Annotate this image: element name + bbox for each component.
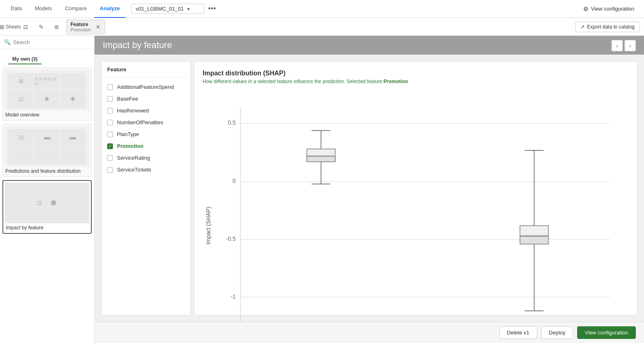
thumb-cell [9, 147, 33, 164]
next-arrow-button[interactable]: › [624, 40, 636, 51]
nav-tab-models[interactable]: Models [29, 0, 57, 18]
thumb-cell: ✱ [60, 90, 85, 108]
feature-item-hasrenewed[interactable]: HasRenewed [101, 105, 190, 117]
settings-icon: ⊚ [54, 24, 59, 30]
y-tick-minus05: -0.5 [226, 235, 236, 242]
sheets-icon: ⊞ [0, 24, 4, 30]
nav-tab-data[interactable]: Data [5, 0, 27, 18]
feature-name-servicetickets: ServiceTickets [117, 167, 151, 173]
feature-name-plantype: PlanType [117, 131, 139, 137]
y-axis-label: Impact (SHAP) [205, 207, 212, 244]
model-selector-value: v01_LGBMC_01_01 [136, 6, 184, 12]
page-title-visible: Impact by feature [103, 40, 172, 51]
feature-panel: Feature AdditionalFeatureSpend BaseFee H… [101, 61, 191, 315]
feature-name-additionalfeaturespend: AdditionalFeatureSpend [117, 84, 174, 90]
feature-checkbox-servicetickets[interactable] [107, 167, 113, 173]
thumb-cell: ✱ [35, 90, 60, 108]
sheet-thumbnail-model-overview: ⊞ pt pt pt pt pt pt ⊡ ✱ ✱ [4, 70, 90, 110]
feature-item-additionalfeaturespend[interactable]: AdditionalFeatureSpend [101, 81, 190, 93]
search-box: 🔍 [0, 36, 94, 49]
sidebar: 🔍 My own (3) ⊞ pt pt pt pt pt pt ⊡ ✱ ✱ [0, 36, 95, 343]
y-tick-0: 0 [233, 178, 236, 184]
feature-name-basefee: BaseFee [117, 96, 138, 102]
nav-arrows: ‹ › [611, 40, 636, 51]
prev-arrow-button[interactable]: ‹ [611, 40, 623, 51]
sliders-icon: ⚙ [583, 6, 589, 12]
feature-list: AdditionalFeatureSpend BaseFee HasRenewe… [101, 78, 190, 179]
my-own-section-label: My own (3) [8, 53, 42, 64]
pencil-icon: ✎ [39, 24, 44, 30]
export-label: Export data to catalog [587, 24, 635, 30]
chart-svg-container: 0.5 0 -0.5 -1 Impact (SHAP) [203, 92, 629, 322]
edit-icon-button[interactable]: ✎ [35, 21, 47, 33]
yes-box-lower [520, 236, 549, 244]
feature-name-promotion: Promotion [117, 143, 143, 149]
grid-icon: ⊡ [23, 24, 28, 30]
export-button[interactable]: ↗ Export data to catalog [575, 22, 640, 32]
boxplot-chart: 0.5 0 -0.5 -1 Impact (SHAP) [203, 92, 629, 322]
search-icon: 🔍 [4, 39, 11, 45]
feature-checkbox-numberofpenalties[interactable] [107, 120, 113, 125]
search-input[interactable] [13, 39, 90, 45]
chart-title: Impact distribution (SHAP) [203, 70, 629, 77]
nav-tab-compare[interactable]: Compare [59, 0, 92, 18]
thumb-cell: ⊡ [9, 90, 33, 108]
thumb-cell: ⊞ [9, 73, 33, 90]
feature-item-servicerating[interactable]: ServiceRating [101, 152, 190, 164]
sheet-card-model-overview[interactable]: ⊞ pt pt pt pt pt pt ⊡ ✱ ✱ Model overview [2, 68, 92, 121]
feature-name-numberofpenalties: NumberOfPenalties [117, 119, 163, 125]
sheets-container: ⊞ pt pt pt pt pt pt ⊡ ✱ ✱ Model overview… [0, 64, 94, 343]
y-tick-05: 0.5 [228, 119, 236, 126]
more-icon: ••• [208, 4, 216, 13]
grid-icon-button[interactable]: ⊡ [20, 21, 32, 33]
feature-panel-header: Feature [101, 62, 190, 78]
nav-tab-analyze[interactable]: Analyze [94, 0, 126, 18]
feature-item-numberofpenalties[interactable]: NumberOfPenalties [101, 117, 190, 128]
no-box-lower [307, 156, 335, 162]
more-options-button[interactable]: ••• [206, 3, 218, 15]
yes-box-upper [520, 226, 549, 236]
active-tab-pill: Feature Promotion ✕ [66, 20, 105, 34]
chart-area: Impact distribution (SHAP) How different… [194, 61, 637, 315]
sheet-thumbnail-impact: ⊡ ✱ [5, 182, 89, 223]
feature-checkbox-additionalfeaturespend[interactable] [107, 84, 113, 90]
tab-close-button[interactable]: ✕ [96, 24, 101, 30]
thumb-cell [60, 147, 85, 164]
deploy-button[interactable]: Deploy [541, 326, 573, 339]
feature-checkbox-plantype[interactable] [107, 132, 113, 137]
delete-button[interactable]: Delete v1 [499, 326, 537, 339]
sheet-card-predictions[interactable]: ⊡ ▬ ▬ Predictions and feature distributi… [2, 124, 92, 177]
thumb-cell: ⊡ [9, 129, 33, 146]
thumb-icon-center: ✱ [50, 198, 57, 208]
view-configuration-button[interactable]: ⚙ View configuration [578, 3, 639, 15]
page-content: Feature AdditionalFeatureSpend BaseFee H… [95, 55, 644, 322]
feature-item-plantype[interactable]: PlanType [101, 128, 190, 140]
top-nav: Data Models Compare Analyze v01_LGBMC_01… [0, 0, 644, 18]
y-tick-minus1: -1 [231, 293, 236, 300]
toolbar: ⊞ Sheets ⊡ ✎ ⊚ Feature Promotion ✕ ↗ Exp… [0, 18, 644, 36]
view-config-label: View configuration [591, 6, 634, 12]
feature-checkbox-promotion[interactable]: ✓ [107, 143, 113, 149]
feature-item-servicetickets[interactable]: ServiceTickets [101, 164, 190, 176]
feature-checkbox-servicerating[interactable] [107, 155, 113, 161]
sheet-label-model-overview: Model overview [4, 110, 90, 119]
thumb-cell [35, 147, 60, 164]
model-selector[interactable]: v01_LGBMC_01_01 ▼ [131, 4, 205, 14]
settings-icon-button[interactable]: ⊚ [51, 21, 63, 33]
thumb-cell: ▬ [60, 129, 85, 146]
page-header-wrapper: Impact distribution (SHAP) Impact by fea… [95, 36, 644, 55]
sheet-card-impact[interactable]: ⊡ ✱ Impact by feature [2, 180, 92, 234]
sheet-thumbnail-predictions: ⊡ ▬ ▬ [4, 126, 90, 167]
view-configuration-button-bottom[interactable]: View configuration [577, 326, 636, 339]
chevron-down-icon: ▼ [186, 7, 200, 11]
sheets-button[interactable]: ⊞ Sheets [4, 21, 16, 33]
feature-checkbox-basefee[interactable] [107, 96, 113, 102]
feature-checkbox-hasrenewed[interactable] [107, 108, 113, 114]
feature-item-promotion[interactable]: ✓ Promotion [101, 140, 190, 152]
chart-subtitle: How different values in a selected featu… [203, 79, 629, 84]
chart-subtitle-text: How different values in a selected featu… [203, 79, 384, 84]
thumb-icon-left: ⊡ [37, 200, 42, 206]
feature-item-basefee[interactable]: BaseFee [101, 93, 190, 105]
sheet-label-predictions: Predictions and feature distribution [4, 167, 90, 175]
feature-name-hasrenewed: HasRenewed [117, 108, 149, 114]
